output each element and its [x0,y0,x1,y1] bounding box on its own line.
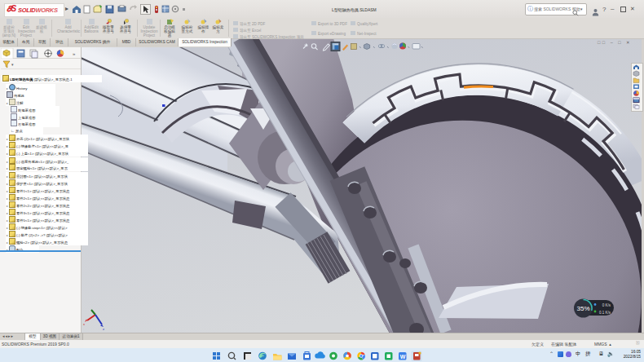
svg-text:0 K/s: 0 K/s [602,303,611,307]
svg-text:35%: 35% [576,305,589,312]
svg-text:x: x [83,322,85,326]
svg-text:W: W [400,354,406,360]
svg-text:»: » [73,51,76,56]
svg-text:0.1 K/s: 0.1 K/s [599,311,611,315]
svg-text:z: z [103,327,104,331]
svg-text:▾: ▾ [11,62,14,67]
